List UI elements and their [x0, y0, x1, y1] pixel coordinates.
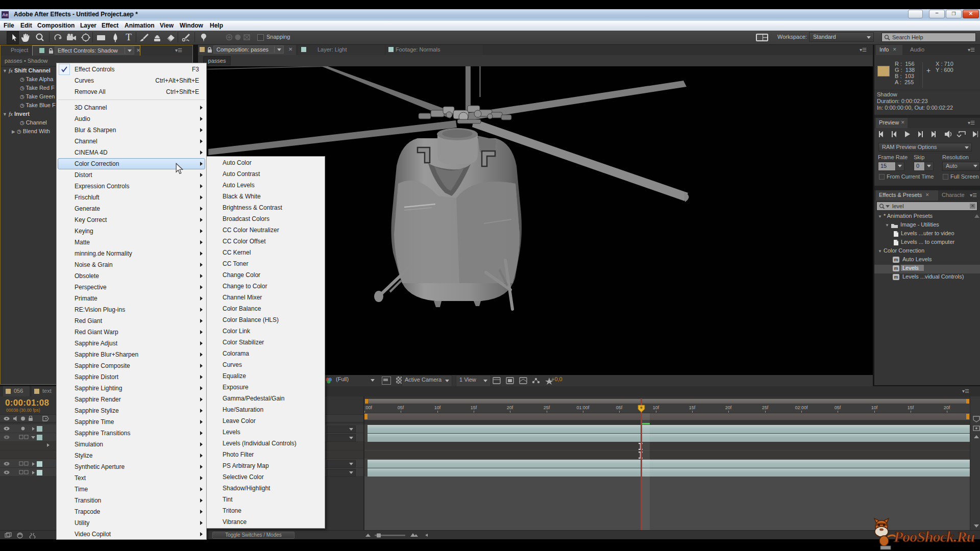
svg-text:PooShock.Ru: PooShock.Ru	[893, 528, 975, 545]
